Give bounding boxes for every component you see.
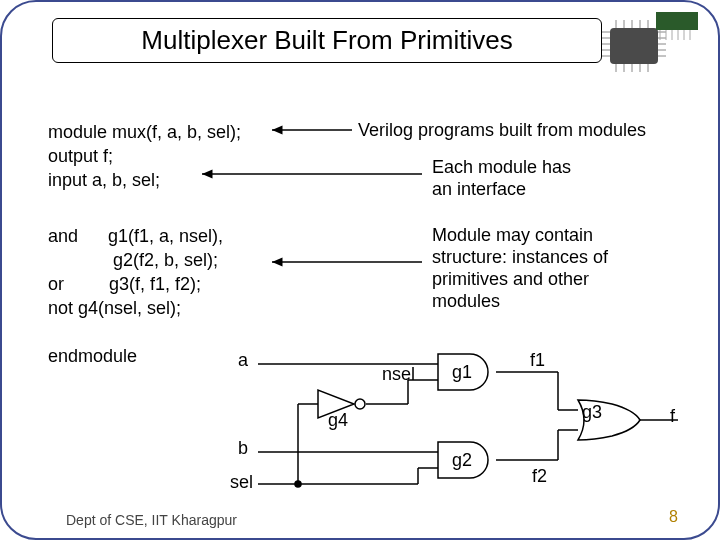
label-g3: g3 bbox=[582, 402, 602, 423]
footer-text: Dept of CSE, IIT Kharagpur bbox=[66, 512, 237, 528]
label-nsel: nsel bbox=[382, 364, 415, 385]
label-a: a bbox=[238, 350, 248, 371]
label-g4: g4 bbox=[328, 410, 348, 431]
slide-frame: Multiplexer Built From Primitives module… bbox=[0, 0, 720, 540]
label-f: f bbox=[670, 406, 675, 427]
label-b: b bbox=[238, 438, 248, 459]
svg-point-49 bbox=[355, 399, 365, 409]
page-number: 8 bbox=[669, 508, 678, 526]
label-g2: g2 bbox=[452, 450, 472, 471]
label-f2: f2 bbox=[532, 466, 547, 487]
svg-point-38 bbox=[295, 481, 301, 487]
annotation-arrows bbox=[2, 2, 720, 362]
label-g1: g1 bbox=[452, 362, 472, 383]
label-sel: sel bbox=[230, 472, 253, 493]
label-f1: f1 bbox=[530, 350, 545, 371]
